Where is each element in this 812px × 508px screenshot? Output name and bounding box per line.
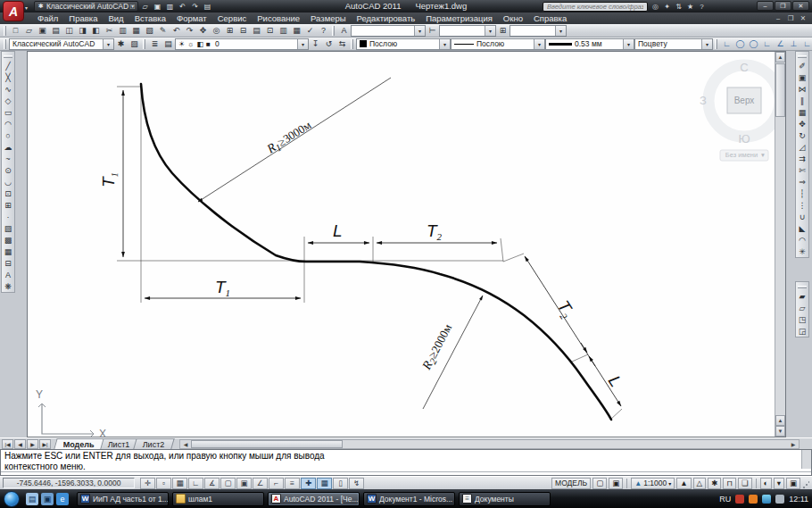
canvas-horizontal-scrollbar[interactable]: ◀ ▶ <box>179 439 800 449</box>
workspace-icon[interactable]: ✱ <box>114 38 128 50</box>
window-control-button[interactable]: ✕ <box>792 1 809 11</box>
window-control-button[interactable]: ❐ <box>775 1 791 11</box>
start-button[interactable] <box>4 491 20 507</box>
tray-alert-icon[interactable] <box>735 495 744 504</box>
draw-tool-icon[interactable]: ⊞ <box>2 199 14 211</box>
toolbar-icon[interactable]: ◫ <box>62 25 76 37</box>
constraint-icon[interactable]: ∟ <box>800 38 812 50</box>
doc-window-button[interactable]: ❐ <box>785 14 796 22</box>
layer-select[interactable]: ☀☼◧■ 0 <box>175 38 309 50</box>
color-select[interactable]: Послою <box>356 38 451 50</box>
toolbar-handle[interactable] <box>4 55 12 58</box>
coordinates-readout[interactable]: -745.6446, -1596.3033, 0.0000 <box>3 478 135 488</box>
constraint-icon[interactable]: ∟ <box>760 38 774 50</box>
constraint-icon[interactable]: ∠ <box>774 38 787 50</box>
resize-grip[interactable] <box>802 478 809 489</box>
quick-access-icon[interactable]: ▥ <box>164 2 176 12</box>
toolbar-handle[interactable] <box>143 39 145 49</box>
toolbar-handle[interactable] <box>798 286 807 288</box>
toolbar-icon[interactable]: □ <box>9 25 22 37</box>
status-toggle-button[interactable]: ▯ <box>333 478 348 489</box>
tab-next-button[interactable]: ▶ <box>27 439 38 449</box>
status-tail-icon[interactable]: ▣ <box>786 478 800 489</box>
workspace-dropdown[interactable]: ✱ Классический AutoCAD ▾ <box>34 1 138 12</box>
draworder-tool-icon[interactable]: ▰ <box>796 290 808 302</box>
layer-tool-icon[interactable]: ⇆ <box>336 38 349 50</box>
viewcube-west[interactable]: З <box>700 94 707 107</box>
toolbar-icon[interactable]: ? <box>317 25 330 37</box>
draw-tool-icon[interactable]: ~ <box>2 153 14 164</box>
toolbar-icon[interactable]: ✓ <box>303 25 317 37</box>
toolbar-icon[interactable]: ⊞ <box>223 25 236 37</box>
modify-tool-icon[interactable]: ⋮ <box>796 199 808 211</box>
menu-item[interactable]: Окно <box>498 12 528 24</box>
modify-tool-icon[interactable]: ▣ <box>796 71 808 83</box>
window-control-button[interactable]: – <box>757 1 774 11</box>
doc-window-button[interactable]: ✕ <box>798 14 808 22</box>
tab-last-button[interactable]: ▶| <box>39 439 51 449</box>
constraint-icon[interactable]: ⊥ <box>787 38 800 50</box>
draw-tool-icon[interactable]: ▭ <box>2 106 14 118</box>
layer-state-icon[interactable]: ■ <box>206 40 211 48</box>
modify-tool-icon[interactable]: ⋈ <box>796 83 808 95</box>
toolbar-handle[interactable] <box>332 26 335 36</box>
status-toggle-button[interactable]: ▫ <box>156 478 171 489</box>
viewcube-north[interactable]: С <box>740 61 748 74</box>
layer-tool-icon[interactable]: ↺ <box>322 38 336 50</box>
toolbar-icon[interactable]: ↶ <box>170 25 183 37</box>
sheet-tab[interactable]: Лист2 <box>134 438 175 449</box>
menu-item[interactable]: Формат <box>171 12 212 24</box>
modify-tool-icon[interactable]: ✄ <box>796 164 808 176</box>
toolbar-icon[interactable]: ▦ <box>290 25 303 37</box>
application-menu-button[interactable]: A <box>3 1 24 21</box>
draw-tool-icon[interactable]: ▨ <box>2 222 14 234</box>
menu-item[interactable]: Редактировать <box>352 12 421 24</box>
toolbar-icon[interactable]: ▧ <box>143 25 156 37</box>
table-style-icon[interactable]: ⊞ <box>496 25 510 37</box>
draw-tool-icon[interactable]: ❋ <box>2 280 14 292</box>
status-toggle-button[interactable]: ∟ <box>188 478 203 489</box>
scroll-left-icon[interactable]: ◀ <box>180 440 191 448</box>
draw-tool-icon[interactable]: ◇ <box>2 95 14 106</box>
toolbar-handle[interactable] <box>351 39 353 49</box>
sheet-tab[interactable]: Модель <box>54 438 104 449</box>
canvas-vertical-scrollbar[interactable]: ▲ ▲ ▼ <box>775 52 785 437</box>
modify-tool-icon[interactable]: ↻ <box>796 129 808 141</box>
toolbar-handle[interactable] <box>4 39 6 49</box>
toolbar-handle[interactable] <box>4 26 6 36</box>
viewcube-view-name[interactable]: Без имени <box>725 151 758 159</box>
modify-tool-icon[interactable]: ▦ <box>796 106 808 118</box>
constraint-icon[interactable]: ◯ <box>733 38 747 50</box>
text-style-icon[interactable]: A <box>337 25 351 37</box>
modify-tool-icon[interactable]: ✐ <box>796 60 808 71</box>
table-style-select[interactable] <box>510 25 567 37</box>
status-toggle-button[interactable]: ∡ <box>204 478 220 489</box>
volume-icon[interactable] <box>775 495 784 504</box>
draw-tool-icon[interactable]: ◡ <box>2 176 14 187</box>
taskbar-window-button[interactable]: шлам1 <box>172 492 264 506</box>
viewcube-south[interactable]: Ю <box>738 132 750 146</box>
quick-view-button[interactable]: ▣ <box>609 478 623 489</box>
constraint-icon[interactable]: ◯ <box>747 38 760 50</box>
status-toggle-button[interactable]: ▣ <box>236 478 252 489</box>
taskbar-window-button[interactable]: A AutoCAD 2011 - [Че... <box>268 492 360 506</box>
modify-tool-icon[interactable]: ∥ <box>796 95 808 106</box>
toolbar-icon[interactable]: ⊡ <box>263 25 277 37</box>
tab-first-button[interactable]: |◀ <box>2 439 13 449</box>
clock[interactable]: 12:11 <box>789 495 808 504</box>
menu-item[interactable]: Файл <box>32 12 63 24</box>
toolbar-handle[interactable] <box>715 39 717 49</box>
toolbar-icon[interactable]: ✎ <box>156 25 170 37</box>
quick-access-icon[interactable]: ▤ <box>202 2 213 12</box>
infocenter-icon[interactable]: ★ <box>684 2 696 12</box>
taskbar-window-button[interactable]: W ИиП АД часть1 от 1... <box>77 492 169 506</box>
scrollbar-thumb[interactable] <box>775 63 785 117</box>
draw-tool-icon[interactable]: ∿ <box>2 83 14 95</box>
status-toggle-button[interactable]: ✚ <box>301 478 316 489</box>
toolbar-icon[interactable]: ▥ <box>277 25 290 37</box>
menu-item[interactable]: Вид <box>103 12 128 24</box>
quick-view-button[interactable]: ▢ <box>592 478 607 489</box>
toolbar-icon[interactable]: ✂ <box>103 25 116 37</box>
model-space-button[interactable]: МОДЕЛЬ <box>551 478 591 489</box>
infocenter-icon[interactable]: ⇅ <box>673 2 684 12</box>
